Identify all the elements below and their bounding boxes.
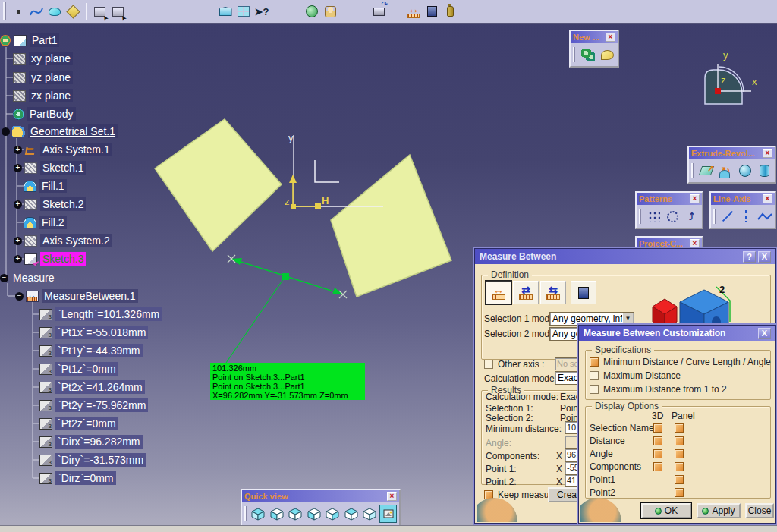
paste-view-icon[interactable] [109,2,127,20]
right-view-icon[interactable] [324,505,341,523]
measure-item-icon[interactable] [423,2,441,20]
line-axis-toolbar[interactable]: Line-Axis × [709,191,776,229]
fill-surface-2[interactable] [331,155,451,297]
palette-grip[interactable] [691,163,694,178]
top-view-icon[interactable] [342,505,359,523]
close-icon[interactable]: × [690,194,700,203]
line-icon[interactable] [720,207,735,225]
polyline-icon[interactable] [757,207,772,225]
tree-item-zx-plane[interactable]: zx plane [13,87,73,104]
tree-item-partbody[interactable]: PartBody [13,105,76,122]
tree-item-axis-system-2[interactable]: + Axis System.2 [14,232,112,249]
new-toolbar[interactable]: New ... × [569,30,619,68]
close-icon[interactable]: × [690,239,700,248]
measure-between-chain-button[interactable]: ⇄ [513,281,539,304]
collapse-expander[interactable]: − [2,127,10,136]
palette-grip[interactable] [713,209,716,224]
expand-expander[interactable]: + [14,146,22,154]
extrude-revol-toolbar[interactable]: Extrude-Revol... × ↻ [687,146,776,184]
dialog-titlebar[interactable]: Measure Between Customization X [579,326,775,341]
close-icon[interactable]: × [763,194,772,203]
surface-fill-icon[interactable] [46,2,64,20]
tree-item-measure[interactable]: − Measure [0,269,56,286]
point1-panel-checkbox[interactable] [675,475,684,484]
close-icon[interactable]: × [387,492,397,501]
extrude-icon[interactable] [698,162,715,180]
tree-item-sketch-2[interactable]: + Sketch.2 [14,196,86,212]
components-panel-checkbox[interactable] [675,462,684,471]
measure-between-fan-button[interactable]: ⇆ [540,281,566,304]
components-3d-checkbox[interactable] [653,462,662,471]
measure-between-icon[interactable]: ↔ [404,2,423,20]
max-distance-1to2-option-checkbox[interactable] [590,385,599,394]
tree-item-pt2y[interactable]: `Pt2y`=-75.962mm [39,397,148,414]
tree-item-pt2z[interactable]: `Pt2z`=0mm [39,415,118,432]
expand-expander[interactable]: + [14,200,22,209]
point2-panel-checkbox[interactable] [675,488,684,497]
annotate-icon[interactable] [321,2,339,20]
selection-name-panel-checkbox[interactable] [675,423,684,433]
box-rotate-icon[interactable] [370,2,388,20]
tree-item-pt1x[interactable]: `Pt1x`=-55.018mm [39,324,148,341]
close-icon[interactable]: × [763,149,772,158]
close-button[interactable]: Close [745,503,774,518]
selection1-mode-dropdown[interactable]: Any geometry, infinite ▼ [549,312,634,326]
chevron-down-icon[interactable]: ▼ [622,313,634,325]
open-catalog-icon[interactable] [216,2,234,20]
bottom-view-icon[interactable] [361,505,378,523]
apply-button[interactable]: Apply [697,503,741,518]
tree-item-fill-2[interactable]: Fill.2 [24,214,67,231]
point-icon[interactable] [9,2,27,20]
max-distance-option-checkbox[interactable] [590,371,599,380]
tree-item-pt1y[interactable]: `Pt1y`=-44.39mm [39,342,143,359]
tree-item-yz-plane[interactable]: yz plane [13,69,73,86]
tree-item-measure-between-1[interactable]: − MeasureBetween.1 [15,288,138,304]
back-view-icon[interactable] [287,505,304,523]
tree-item-pt2x[interactable]: `Pt2x`=41.264mm [39,379,145,395]
spline-icon[interactable] [27,2,46,20]
multi-instantiation-icon[interactable] [234,2,253,20]
tree-item-geometrical-set[interactable]: − Geometrical Set.1 [2,123,118,140]
named-views-icon[interactable] [379,505,397,523]
close-icon[interactable]: × [606,33,615,42]
measure-result-annotation[interactable]: 101.326mm Point on Sketch.3...Part1 Poin… [210,363,365,400]
palette-grip[interactable] [639,209,641,224]
axis-icon[interactable] [738,207,753,225]
palette-grip[interactable] [244,506,247,521]
cylinder-icon[interactable] [757,162,773,180]
angle-panel-checkbox[interactable] [675,449,684,458]
measure-between-customization-dialog[interactable]: Measure Between Customization X Specific… [578,325,776,524]
copy-view-icon[interactable] [90,2,109,20]
patterns-toolbar[interactable]: Patterns × ⤴ [635,191,703,229]
tree-item-sketch-1[interactable]: + Sketch.1 [14,159,86,176]
gears-icon[interactable] [580,46,596,64]
collapse-expander[interactable]: − [15,292,24,301]
front-view-icon[interactable] [268,505,285,523]
min-distance-option-checkbox[interactable] [590,357,599,367]
tree-item-axis-system-1[interactable]: + Axis System.1 [14,141,112,158]
toolbar-grip[interactable] [3,2,6,20]
tree-item-dirz[interactable]: `Dirz`=0mm [39,470,116,486]
tree-item-part1[interactable]: Part1 [0,32,59,49]
tree-item-pt1z[interactable]: `Pt1z`=0mm [39,360,118,377]
measure-inertia-icon[interactable] [441,2,459,20]
user-pattern-icon[interactable]: ⤴ [684,207,700,225]
tree-item-xy-plane[interactable]: xy plane [13,50,73,67]
iso-view-icon[interactable] [250,505,266,523]
measure-between-mode-button[interactable]: ↔ [486,281,511,304]
expand-expander[interactable]: + [14,237,22,245]
tree-item-diry[interactable]: `Diry`=-31.573mm [39,452,146,468]
measure-item-button[interactable] [571,281,596,304]
tree-item-fill-1[interactable]: Fill.1 [24,178,67,194]
sphere-icon[interactable] [737,162,753,180]
whats-this-icon[interactable]: ➤? [253,2,271,20]
angle-3d-checkbox[interactable] [653,449,662,458]
close-button[interactable]: X [758,328,771,339]
ok-button[interactable]: OK [641,503,691,518]
distance-panel-checkbox[interactable] [675,436,684,445]
plane-icon[interactable] [64,2,82,20]
tree-item-dirx[interactable]: `Dirx`=96.282mm [39,433,143,450]
collapse-expander[interactable]: − [0,274,8,282]
expand-expander[interactable]: + [14,164,22,172]
quick-view-toolbar[interactable]: Quick view × [241,489,401,527]
